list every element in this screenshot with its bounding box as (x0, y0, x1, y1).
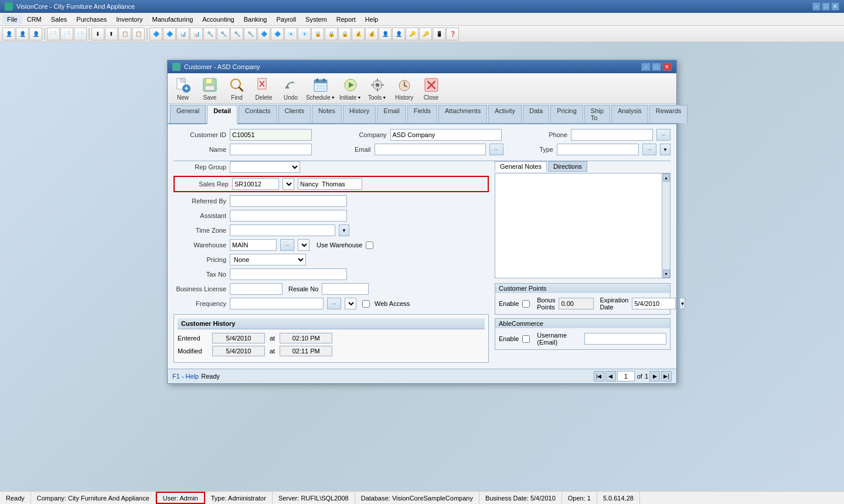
phone-input[interactable] (571, 129, 653, 141)
dtb-initiate[interactable]: Initiate ▼ (339, 76, 362, 101)
tab-attachments[interactable]: Attachments (438, 105, 487, 123)
dtb-schedule[interactable]: Schedule ▼ (306, 76, 335, 101)
tab-activity[interactable]: Activity (488, 105, 522, 123)
tb-btn23[interactable]: 🔒 (311, 28, 324, 40)
web-access-checkbox[interactable] (362, 300, 370, 308)
type-input[interactable] (557, 144, 639, 155)
notes-scrollbar[interactable]: ▲ ▼ (662, 173, 670, 278)
frequency-browse-btn[interactable]: ··· (327, 298, 341, 309)
tb-btn29[interactable]: 👤 (392, 28, 405, 40)
notes-tab-general[interactable]: General Notes (495, 161, 547, 172)
prev-page-btn[interactable]: ◀ (605, 371, 616, 382)
referred-by-input[interactable] (230, 195, 347, 207)
tab-fields[interactable]: Fields (407, 105, 437, 123)
dtb-find[interactable]: Find (225, 76, 249, 101)
company-input[interactable] (390, 129, 502, 141)
last-page-btn[interactable]: ▶| (661, 371, 672, 382)
tools-dropdown-arrow[interactable]: ▼ (382, 96, 386, 100)
tab-data[interactable]: Data (523, 105, 549, 123)
first-page-btn[interactable]: |◀ (594, 371, 604, 382)
notes-textarea[interactable] (495, 173, 662, 278)
tb-btn9[interactable]: 📋 (118, 28, 131, 40)
tb-btn16[interactable]: 🔧 (217, 28, 230, 40)
minimize-button[interactable]: − (812, 2, 821, 11)
dtb-delete[interactable]: Delete (252, 76, 275, 101)
close-button[interactable]: ✕ (831, 2, 839, 11)
tab-pricing[interactable]: Pricing (550, 105, 583, 123)
tb-btn25[interactable]: 🔒 (338, 28, 351, 40)
rep-group-select[interactable] (230, 161, 300, 173)
tb-btn26[interactable]: 💰 (352, 28, 365, 40)
tb-btn19[interactable]: 🔷 (257, 28, 270, 40)
tb-btn28[interactable]: 👤 (379, 28, 392, 40)
tb-btn8[interactable]: ⬆ (105, 28, 118, 40)
tb-btn2[interactable]: 👤 (16, 28, 29, 40)
title-bar-controls[interactable]: − □ ✕ (812, 2, 839, 11)
dtb-undo[interactable]: Undo (279, 76, 302, 101)
bonus-points-input[interactable] (559, 298, 594, 309)
phone-browse-btn[interactable]: ··· (656, 129, 671, 141)
tab-analysis[interactable]: Analysis (611, 105, 648, 123)
time-zone-input[interactable] (230, 224, 335, 236)
pricing-select[interactable]: None (230, 254, 306, 265)
tb-btn5[interactable]: 📄 (60, 28, 73, 40)
tb-btn32[interactable]: 📱 (433, 28, 445, 40)
tb-btn30[interactable]: 🔑 (406, 28, 418, 40)
initiate-dropdown-arrow[interactable]: ▼ (357, 96, 361, 100)
tb-btn4[interactable]: 📄 (47, 28, 60, 40)
tb-btn27[interactable]: 💰 (365, 28, 378, 40)
menu-file[interactable]: File (2, 15, 22, 24)
frequency-dd[interactable]: ▼ (345, 298, 356, 309)
menu-purchases[interactable]: Purchases (72, 15, 111, 24)
tb-new[interactable]: 👤 (2, 28, 15, 40)
frequency-input[interactable] (230, 298, 324, 309)
name-input[interactable] (230, 144, 312, 155)
warehouse-browse-btn[interactable]: ··· (280, 239, 294, 251)
type-dd-btn[interactable]: ▼ (660, 144, 671, 155)
menu-report[interactable]: Report (332, 15, 360, 24)
tb-btn7[interactable]: ⬇ (91, 28, 104, 40)
dtb-close[interactable]: Close (420, 76, 443, 101)
page-number-input[interactable] (617, 371, 635, 382)
tb-btn24[interactable]: 🔒 (325, 28, 338, 40)
tab-ship-to[interactable]: Ship To (584, 105, 610, 123)
menu-payroll[interactable]: Payroll (271, 15, 301, 24)
tb-btn33[interactable]: ❓ (446, 28, 459, 40)
dtb-history[interactable]: History (393, 76, 416, 101)
tab-notes[interactable]: Notes (312, 105, 342, 123)
next-page-btn[interactable]: ▶ (649, 371, 660, 382)
tab-detail[interactable]: Detail (207, 105, 237, 124)
email-input[interactable] (375, 144, 486, 155)
tb-btn18[interactable]: 🔧 (244, 28, 257, 40)
warehouse-input[interactable] (230, 239, 277, 251)
dialog-minimize-button[interactable]: − (641, 63, 651, 71)
tb-btn14[interactable]: 📊 (190, 28, 203, 40)
schedule-dropdown-arrow[interactable]: ▼ (331, 96, 335, 100)
maximize-button[interactable]: □ (822, 2, 830, 11)
type-browse-btn[interactable]: ··· (642, 144, 656, 155)
tb-btn10[interactable]: 📋 (132, 28, 145, 40)
tb-btn22[interactable]: 📧 (298, 28, 311, 40)
tab-contacts[interactable]: Contacts (239, 105, 277, 123)
menu-banking[interactable]: Banking (239, 15, 272, 24)
menu-system[interactable]: System (301, 15, 332, 24)
menu-sales[interactable]: Sales (46, 15, 72, 24)
dialog-close-button[interactable]: ✕ (662, 63, 672, 71)
scrollbar-down[interactable]: ▼ (663, 270, 670, 278)
tb-btn15[interactable]: 🔧 (203, 28, 216, 40)
tb-btn11[interactable]: 🔷 (149, 28, 162, 40)
tab-rewards[interactable]: Rewards (649, 105, 688, 123)
menu-manufacturing[interactable]: Manufacturing (148, 15, 198, 24)
tax-no-input[interactable] (230, 268, 347, 280)
notes-tab-directions[interactable]: Directions (548, 161, 587, 172)
tb-btn13[interactable]: 📊 (176, 28, 189, 40)
warehouse-dd[interactable]: ▼ (298, 239, 309, 251)
menu-crm[interactable]: CRM (22, 15, 46, 24)
business-license-input[interactable] (230, 283, 283, 295)
dtb-save[interactable]: Save (198, 76, 222, 101)
tb-btn3[interactable]: 👤 (29, 28, 42, 40)
time-zone-dd-btn[interactable]: ▼ (339, 224, 349, 236)
points-enable-checkbox[interactable] (522, 300, 530, 308)
tab-email[interactable]: Email (377, 105, 406, 123)
dtb-new[interactable]: + New (171, 76, 195, 101)
